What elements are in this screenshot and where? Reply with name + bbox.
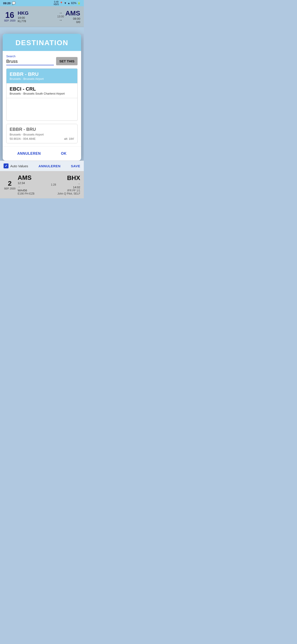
search-field-wrap: Search [6, 54, 54, 65]
bg-bot-flight-num: WA456 [18, 189, 48, 192]
detail-coords: 50.901N - 004.484E [9, 137, 35, 140]
bg-flight-card-bottom: 2 SEP. 2020 AMS 12:34 → WA456 E190 PH-EZ… [0, 171, 84, 198]
bg-top-arrow1: → [59, 11, 62, 15]
signal-icon: ▲ [67, 2, 70, 5]
whatsapp-icon: 💬 [12, 1, 16, 5]
dialog-cancel-button[interactable]: ANNULEREN [13, 150, 45, 157]
checkmark-icon: ✓ [5, 164, 7, 168]
battery-level: 82% [71, 2, 76, 5]
detail-alt: alt: 184' [64, 137, 74, 140]
bottom-action-bar: ✓ Auto Values ANNULEREN SAVE [0, 160, 84, 171]
bg-bot-dest-info: IFR PF 1/1 [57, 189, 80, 192]
bg-bot-duration: 1:28 [51, 183, 56, 186]
result-item-ebci[interactable]: EBCI - CRL Brussels - Brussels South Cha… [6, 84, 77, 98]
modal-bg-strip [0, 27, 84, 34]
bg-bot-aircraft-reg: E190 PH-EZB [18, 192, 48, 195]
search-input[interactable] [6, 58, 54, 65]
bg-top-origin-code: HKG [18, 10, 54, 16]
status-time: 09:20 [3, 2, 10, 5]
dialog-body: Search SET THIS EBBR - BRU Brussels - Br… [3, 51, 81, 143]
set-this-button[interactable]: SET THIS [56, 57, 77, 65]
bg-bot-date: 2 [8, 180, 12, 187]
bottom-save-button[interactable]: SAVE [71, 164, 80, 168]
bg-bot-crew-info: John Q Pilot, SELF [57, 192, 80, 195]
detail-code: EBBR - BRU [9, 127, 74, 132]
battery-icon: 🔋 [77, 2, 81, 5]
bg-top-date-label: SEP. 2020 [4, 19, 15, 22]
bg-bot-origin-code: AMS [18, 174, 48, 181]
result-code-ebbr: EBBR - BRU [9, 71, 74, 77]
destination-dialog: DESTINATION Search SET THIS EBBR - BRU B… [3, 34, 81, 160]
result-name-ebci: Brussels - Brussels South Charleroi Airp… [9, 92, 74, 95]
auto-values-checkbox[interactable]: ✓ [3, 164, 8, 168]
bg-top-date: 16 [5, 11, 14, 19]
search-row: Search SET THIS [6, 54, 77, 65]
auto-values-label: Auto Values [10, 164, 28, 168]
bg-top-origin-time: 19:00 [18, 16, 54, 20]
wifi-icon: ▼ [64, 2, 67, 5]
modal-overlay: DESTINATION Search SET THIS EBBR - BRU B… [0, 27, 84, 171]
dialog-header: DESTINATION [3, 34, 81, 51]
selected-detail-card: EBBR - BRU Brussels - Brussels Airport 5… [6, 124, 77, 143]
search-label: Search [6, 54, 54, 58]
dialog-title: DESTINATION [7, 39, 77, 47]
status-bar: 09:20 💬 0.49KB/S 📍 ▼ ▲ 82% 🔋 [0, 0, 84, 6]
bottom-cancel-button[interactable]: ANNULEREN [38, 164, 60, 168]
bg-top-mid-time: 13:00 [57, 15, 64, 18]
result-item-empty [6, 98, 77, 120]
result-item-ebbr[interactable]: EBBR - BRU Brussels - Brussels Airport [6, 69, 77, 84]
bg-bot-arrow1: → [18, 185, 20, 188]
bg-top-arrow2: → [59, 18, 62, 22]
dialog-footer: ANNULEREN OK [3, 146, 81, 160]
result-code-ebci: EBCI - CRL [9, 86, 74, 92]
bg-bot-dest-code: BHX [57, 174, 80, 182]
auto-values-wrap: ✓ Auto Values [3, 164, 28, 168]
dialog-ok-button[interactable]: OK [56, 150, 71, 157]
location-icon: 📍 [60, 2, 63, 5]
bg-top-flight-num: KL778 [18, 20, 54, 23]
bg-top-dest-code: AMS [65, 10, 80, 17]
result-name-ebbr: Brussels - Brussels Airport [9, 77, 74, 80]
bg-bot-origin-time: 12:34 [18, 181, 48, 185]
bg-top-dest-time: 08:00 [65, 17, 80, 20]
detail-name: Brussels - Brussels Airport [9, 133, 74, 136]
data-speed: 0.49KB/S [54, 1, 59, 6]
bg-bot-date-label: SEP. 2020 [4, 187, 15, 190]
bg-flight-card-top: 16 SEP. 2020 HKG 19:00 KL778 → 13:00 → A… [0, 6, 84, 27]
bg-bot-dest-time: 14:02 [57, 186, 80, 189]
results-list: EBBR - BRU Brussels - Brussels Airport E… [6, 68, 77, 121]
bg-bot-arrow2: → [77, 182, 80, 185]
bg-top-dest-info: 0/0 [65, 20, 80, 24]
